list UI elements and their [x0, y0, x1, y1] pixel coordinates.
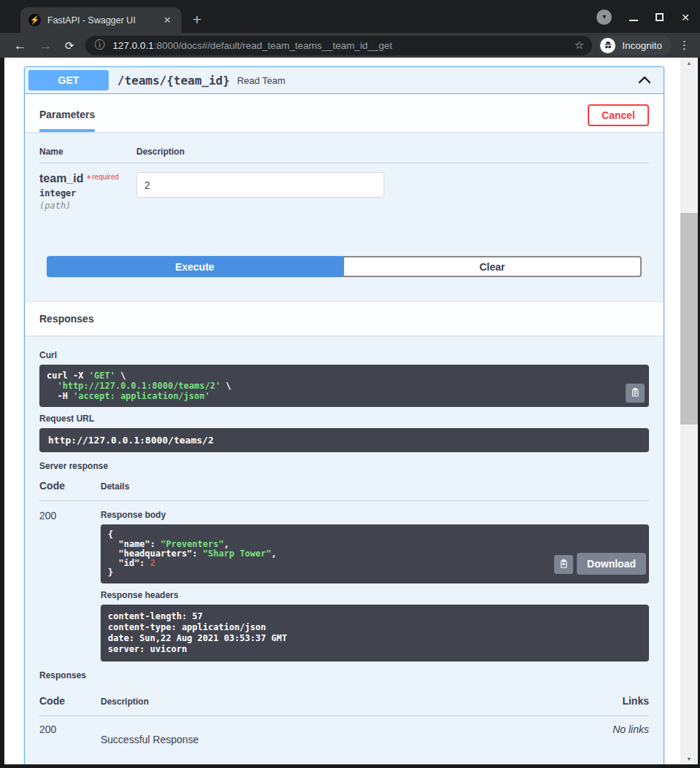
new-tab-button[interactable]: +: [192, 12, 201, 27]
response-body-label: Response body: [101, 510, 649, 520]
forward-icon[interactable]: →: [33, 39, 58, 52]
column-details: Details: [101, 481, 129, 492]
parameter-location: (path): [39, 201, 136, 211]
site-info-icon[interactable]: ⓘ: [95, 39, 105, 52]
parameters-body: Name Description team_id *required integ…: [25, 132, 664, 301]
response-code: 200: [39, 724, 101, 745]
parameters-section-header: Parameters Cancel: [25, 94, 664, 132]
server-response-label: Server response: [39, 461, 649, 471]
column-name: Name: [39, 147, 136, 157]
response-links: No links: [598, 724, 649, 745]
operation-summary: Read Team: [237, 75, 285, 86]
browser-menu-icon[interactable]: ⋮: [672, 39, 693, 52]
swagger-page: GET /teams/{team_id} Read Team Parameter…: [4, 58, 680, 764]
operation-path: /teams/{team_id}: [117, 74, 230, 88]
parameters-title: Parameters: [39, 104, 95, 132]
responses-title: Responses: [39, 313, 94, 325]
parameter-row: team_id *required integer (path): [39, 163, 649, 211]
clipboard-icon: [630, 387, 640, 400]
status-code: 200: [39, 510, 101, 662]
incognito-label: Incognito: [622, 40, 662, 51]
documented-responses-header: Code Description Links: [39, 695, 649, 716]
parameter-meta: team_id *required integer (path): [39, 172, 136, 211]
execute-button[interactable]: Execute: [47, 256, 343, 277]
browser-window: ⚡ FastAPI - Swagger UI ✕ + ▾ ✕ ← → ⟳ ⓘ 1…: [0, 0, 700, 768]
incognito-icon: [600, 38, 615, 53]
address-bar[interactable]: ⓘ 127.0.0.1:8000/docs#/default/read_team…: [85, 36, 593, 55]
url-host: 127.0.0.1: [113, 40, 154, 51]
column-code: Code: [39, 695, 101, 707]
column-code: Code: [39, 480, 101, 492]
chevron-up-icon: [638, 75, 651, 86]
response-details-cell: Response body { "name": "Preventers", "h…: [101, 510, 649, 662]
request-url-block: http://127.0.0.1:8000/teams/2: [39, 428, 649, 452]
clear-button[interactable]: Clear: [343, 256, 642, 277]
request-url-label: Request URL: [39, 414, 649, 424]
column-links: Links: [598, 695, 649, 707]
scroll-down-icon[interactable]: ▼: [680, 753, 698, 764]
collapse-operation-button[interactable]: [638, 75, 651, 86]
parameter-value-cell: [136, 172, 384, 211]
url-path: :8000/docs#/default/read_team_teams__tea…: [154, 40, 392, 51]
documented-responses-label: Responses: [39, 670, 649, 680]
operation-header[interactable]: GET /teams/{team_id} Read Team: [25, 67, 664, 94]
reload-icon[interactable]: ⟳: [58, 40, 81, 51]
window-controls: ▾ ✕: [596, 9, 690, 25]
browser-update-icon[interactable]: ▾: [596, 9, 612, 25]
scrollbar-thumb[interactable]: [680, 213, 698, 424]
curl-command-block: curl -X 'GET' \ 'http://127.0.0.1:8000/t…: [39, 365, 649, 407]
clipboard-icon: [559, 559, 569, 571]
column-description: Description: [101, 697, 598, 707]
fastapi-favicon-icon: ⚡: [28, 14, 41, 26]
tab-close-icon[interactable]: ✕: [160, 13, 174, 27]
incognito-badge: Incognito: [598, 36, 672, 55]
team-id-input[interactable]: [136, 172, 384, 198]
back-icon[interactable]: ←: [7, 39, 33, 52]
response-headers-label: Response headers: [101, 590, 649, 600]
maximize-button[interactable]: [656, 13, 664, 21]
response-body-block: { "name": "Preventers", "headquarters": …: [101, 524, 649, 583]
close-window-button[interactable]: ✕: [681, 12, 690, 23]
url-text: 127.0.0.1:8000/docs#/default/read_team_t…: [113, 40, 575, 51]
download-button[interactable]: Download: [577, 553, 646, 575]
browser-titlebar: ⚡ FastAPI - Swagger UI ✕ + ▾ ✕: [0, 0, 700, 33]
response-description-cell: Successful Response: [101, 724, 598, 745]
parameter-type: integer: [39, 188, 136, 198]
copy-response-button[interactable]: [554, 555, 573, 574]
response-headers-block: content-length: 57 content-type: applica…: [101, 605, 649, 662]
responses-section-header: Responses: [25, 301, 664, 335]
server-response-table-header: Code Details: [39, 480, 649, 501]
execute-button-group: Execute Clear: [47, 256, 642, 277]
server-response-row: 200 Response body { "name": "Preventers"…: [39, 501, 649, 662]
column-description: Description: [136, 147, 184, 157]
documented-response-row: 200 Successful Response No links: [39, 716, 649, 745]
required-label: required: [92, 173, 119, 181]
parameters-table-header: Name Description: [39, 147, 649, 163]
scroll-up-icon[interactable]: ▲: [680, 58, 698, 69]
copy-curl-button[interactable]: [626, 384, 645, 403]
required-star: *: [87, 173, 90, 185]
parameter-name: team_id: [39, 172, 83, 185]
response-description: Successful Response: [101, 734, 598, 745]
page-scrollbar[interactable]: ▲ ▼: [680, 58, 698, 764]
bookmark-star-icon[interactable]: ☆: [575, 39, 584, 52]
tab-title: FastAPI - Swagger UI: [47, 15, 160, 26]
curl-label: Curl: [39, 350, 649, 360]
browser-tab[interactable]: ⚡ FastAPI - Swagger UI ✕: [20, 7, 182, 33]
browser-toolbar: ← → ⟳ ⓘ 127.0.0.1:8000/docs#/default/rea…: [0, 33, 700, 58]
window-body: GET /teams/{team_id} Read Team Parameter…: [0, 58, 700, 768]
minimize-button[interactable]: [629, 20, 638, 21]
http-method-badge: GET: [28, 70, 109, 90]
operation-block-get: GET /teams/{team_id} Read Team Parameter…: [24, 66, 664, 764]
responses-body: Curl curl -X 'GET' \ 'http://127.0.0.1:8…: [25, 335, 664, 764]
cancel-button[interactable]: Cancel: [588, 104, 649, 126]
